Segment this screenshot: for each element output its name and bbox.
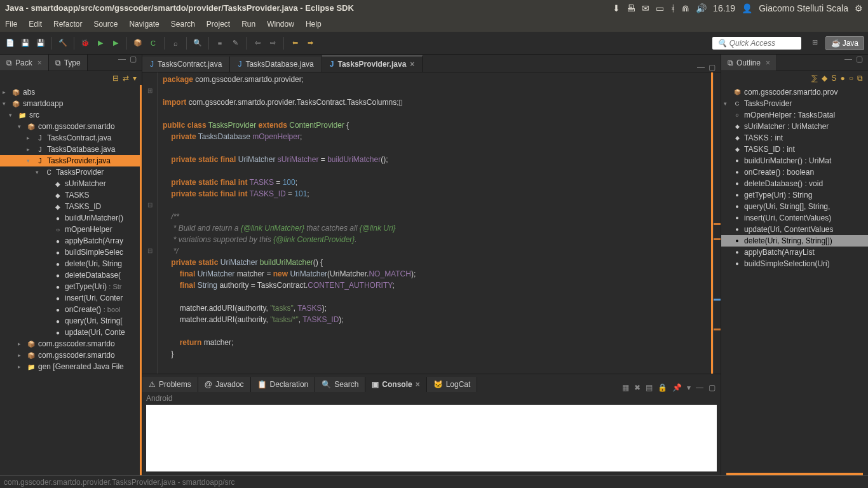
menu-search[interactable]: Search (171, 20, 195, 29)
menu-file[interactable]: File (5, 20, 17, 29)
pin-icon[interactable]: 📌 (672, 383, 682, 392)
outline-item[interactable]: ○mOpenHelper : TasksDatal (721, 109, 868, 121)
outline-item[interactable]: ●update(Uri, ContentValues (721, 224, 868, 235)
tree-item[interactable]: ●delete(Uri, String (0, 258, 140, 269)
tree-item[interactable]: ▾CTasksProvider (0, 166, 140, 178)
expand-icon[interactable]: ▾ (724, 100, 730, 107)
expand-icon[interactable]: ▾ (18, 123, 24, 130)
minimize-icon[interactable]: — (697, 63, 705, 72)
tree-item[interactable]: ●onCreate() : bool (0, 304, 140, 315)
outline-item[interactable]: ◆TASKS_ID : int (721, 144, 868, 155)
menu-navigate[interactable]: Navigate (129, 20, 159, 29)
dropbox-icon[interactable]: ⬇ (613, 3, 620, 13)
quick-access-input[interactable]: 🔍 Quick Access (712, 37, 801, 50)
battery-icon[interactable]: ▭ (656, 3, 664, 13)
close-icon[interactable]: × (37, 58, 42, 67)
debug-button[interactable]: 🐞 (79, 37, 92, 50)
expand-icon[interactable]: ▾ (3, 100, 9, 107)
expand-icon[interactable]: ▸ (27, 146, 33, 152)
menu-help[interactable]: Help (306, 20, 322, 29)
overview-ruler[interactable] (713, 72, 721, 374)
toggle-mark-button[interactable]: ✎ (229, 37, 241, 50)
tree-item[interactable]: ●query(Uri, String[ (0, 315, 140, 327)
outline-item[interactable]: ●buildSimpleSelection(Uri) (721, 258, 868, 269)
build-button[interactable]: 🔨 (57, 37, 69, 50)
tree-item[interactable]: ●update(Uri, Conte (0, 327, 140, 338)
close-icon[interactable]: × (416, 380, 420, 389)
editor-tab[interactable]: JTasksDatabase.java (230, 57, 322, 72)
fold-icon[interactable]: ⊟ (142, 200, 157, 211)
toggle-breadcrumb-button[interactable]: ≡ (214, 37, 226, 50)
clear-icon[interactable]: ▤ (646, 383, 653, 392)
view-menu-icon[interactable]: ▾ (133, 74, 137, 83)
close-icon[interactable]: × (410, 60, 414, 69)
bottom-tab-logcat[interactable]: 🐱LogCat (427, 377, 478, 392)
tree-item[interactable]: ▸📦com.gsscoder.smartdo (0, 349, 140, 361)
gutter[interactable]: ⊞⊟⊟ (142, 72, 158, 374)
code-editor[interactable]: ⊞⊟⊟ package com.gsscoder.smartdo.provide… (142, 72, 721, 374)
hide-fields-icon[interactable]: ◆ (822, 74, 827, 83)
outline-item[interactable]: ▾CTasksProvider (721, 98, 868, 109)
save-all-button[interactable]: 💾 (34, 37, 47, 50)
prev-annotation-button[interactable]: ⇦ (251, 37, 264, 50)
outline-tree[interactable]: 📦com.gsscoder.smartdo.prov▾CTasksProvide… (721, 85, 868, 470)
focus-icon[interactable]: ⧉ (857, 74, 863, 83)
outline-item[interactable]: ●applyBatch(ArrayList (721, 247, 868, 258)
expand-icon[interactable]: ▸ (27, 135, 33, 141)
outline-item[interactable]: ●onCreate() : boolean (721, 166, 868, 178)
minimize-icon[interactable]: — (844, 55, 852, 71)
display-icon[interactable]: ▾ (687, 383, 691, 392)
hide-static-icon[interactable]: S (831, 74, 836, 83)
maximize-icon[interactable]: ▢ (709, 383, 715, 392)
hide-nonpublic-icon[interactable]: ● (841, 74, 845, 83)
bottom-tab-search[interactable]: 🔍Search (315, 377, 365, 392)
expand-icon[interactable]: ▸ (18, 363, 24, 370)
printer-icon[interactable]: 🖶 (627, 3, 635, 13)
hide-local-icon[interactable]: ○ (849, 74, 853, 83)
menu-refactor[interactable]: Refactor (53, 20, 82, 29)
gear-icon[interactable]: ⚙ (855, 3, 863, 13)
tree-item[interactable]: ●buildUriMatcher() (0, 212, 140, 224)
outline-item[interactable]: ●buildUriMatcher() : UriMat (721, 155, 868, 166)
new-package-button[interactable]: 📦 (132, 37, 144, 50)
forward-button[interactable]: ➡ (304, 37, 316, 50)
code-content[interactable]: package com.gsscoder.smartdo.provider; i… (158, 72, 713, 374)
bottom-tab-declaration[interactable]: 📋Declaration (251, 377, 316, 392)
package-tree[interactable]: ▸📦abs▾📦smartdoapp▾📁src▾📦com.gsscoder.sma… (0, 85, 142, 475)
java-perspective-button[interactable]: ☕ Java (825, 36, 864, 50)
outline-item[interactable]: ●deleteDatabase() : void (721, 178, 868, 189)
tree-item[interactable]: ●buildSimpleSelec (0, 247, 140, 258)
minimize-icon[interactable]: — (118, 55, 126, 71)
outline-item[interactable]: ●insert(Uri, ContentValues) (721, 212, 868, 224)
open-type-button[interactable]: ⌕ (169, 37, 182, 50)
back-button[interactable]: ⬅ (288, 37, 301, 50)
close-icon[interactable]: × (766, 58, 770, 67)
tree-item[interactable]: ▾JTasksProvider.java (0, 155, 140, 166)
tree-item[interactable]: ▸📦abs (0, 86, 140, 98)
link-editor-icon[interactable]: ⇄ (123, 74, 129, 83)
mail-icon[interactable]: ✉ (642, 3, 649, 13)
bluetooth-icon[interactable]: ᚼ (670, 3, 675, 13)
fold-icon[interactable]: ⊞ (142, 85, 157, 97)
tree-item[interactable]: ○mOpenHelper (0, 224, 140, 235)
sort-icon[interactable]: ⅀ (811, 74, 818, 83)
bottom-tab-problems[interactable]: ⚠Problems (142, 377, 198, 392)
maximize-icon[interactable]: ▢ (856, 55, 863, 71)
run-button[interactable]: ▶ (94, 37, 107, 50)
tree-item[interactable]: ●getType(Uri) : Str (0, 281, 140, 292)
tree-item[interactable]: ▾📁src (0, 109, 140, 121)
menu-source[interactable]: Source (93, 20, 118, 29)
editor-tab[interactable]: JTasksContract.java (142, 57, 230, 72)
outline-tab[interactable]: ⧉ Outline × (721, 55, 777, 71)
tree-item[interactable]: ◆TASKS (0, 189, 140, 201)
bottom-tab-console[interactable]: ▣Console× (365, 377, 426, 392)
run-last-button[interactable]: ▶ (109, 37, 122, 50)
tree-item[interactable]: ▸📦com.gsscoder.smartdo (0, 338, 140, 349)
maximize-icon[interactable]: ▢ (709, 63, 715, 72)
search-button[interactable]: 🔍 (191, 37, 204, 50)
new-class-button[interactable]: C (147, 37, 159, 50)
tree-item[interactable]: ●deleteDatabase( (0, 269, 140, 281)
outline-item[interactable]: ◆TASKS : int (721, 132, 868, 144)
expand-icon[interactable]: ▾ (36, 169, 42, 175)
expand-icon[interactable]: ▸ (18, 341, 24, 347)
